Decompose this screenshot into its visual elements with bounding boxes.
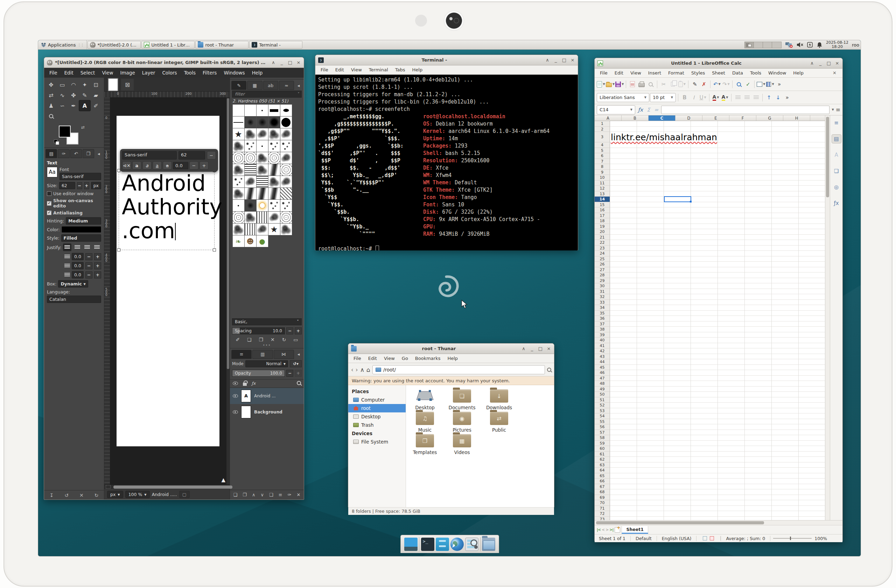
justify-fill-button[interactable] (93, 243, 101, 251)
column-header-C[interactable]: C (649, 115, 675, 121)
brush-splat2[interactable] (256, 223, 268, 235)
gimp-fonts-icon[interactable]: ab (263, 81, 278, 90)
image-tab-close[interactable]: ⊠ (121, 79, 134, 91)
gimp-menu-colors[interactable]: Colors (159, 69, 180, 77)
sheet-nav-0[interactable]: |< (597, 527, 602, 532)
foreground-color-swatch[interactable] (59, 126, 71, 137)
sidebar-item-file-system[interactable]: File System (348, 438, 406, 446)
thunar-menu-view[interactable]: View (381, 355, 398, 362)
column-header-A[interactable]: A (595, 115, 622, 121)
brush-net[interactable] (268, 152, 280, 164)
brush-soft3[interactable] (268, 117, 280, 128)
overlay-size-decrement[interactable]: − (207, 151, 216, 160)
brush-soft[interactable] (245, 117, 256, 128)
size-unit-dropdown[interactable]: px (91, 182, 101, 189)
file-item-public[interactable]: ⇄Public (482, 412, 516, 433)
brush-splat[interactable] (280, 223, 292, 235)
gimp-menu-view[interactable]: View (99, 69, 116, 77)
mode-dropdown[interactable]: Normal▾ (245, 360, 288, 367)
file-item-documents[interactable]: ❏Documents (445, 389, 479, 410)
thunar-menu-edit[interactable]: Edit (365, 355, 380, 362)
overlay-spacing-decrement[interactable]: − (189, 161, 198, 170)
dock-show-desktop[interactable] (404, 538, 418, 551)
row-header-2[interactable]: 2 (595, 127, 610, 132)
row-header-37[interactable]: 37 (595, 321, 610, 327)
brush-specks[interactable] (268, 200, 280, 211)
brush-splat[interactable] (245, 212, 256, 223)
function-wizard-icon[interactable]: ƒx (637, 107, 644, 113)
zoom-dropdown[interactable]: 100 % ▾ (125, 491, 150, 498)
brush-tag-dropdown[interactable]: Basic,˅ (232, 318, 302, 325)
column-header-F[interactable]: F (729, 115, 756, 121)
row-header-23[interactable]: 23 (595, 246, 610, 251)
spinner-decrement[interactable]: − (85, 262, 92, 269)
quick-mask-toggle[interactable] (106, 485, 111, 489)
column-header-G[interactable]: G (756, 115, 783, 121)
brush-splat[interactable] (245, 128, 256, 140)
insert-columns-button[interactable]: ▼ (766, 80, 774, 89)
brush-splat[interactable] (268, 128, 280, 140)
brush-bar[interactable] (268, 105, 280, 116)
new-button[interactable]: ▼ (597, 80, 605, 89)
brush-smear[interactable] (268, 164, 280, 176)
brush-dot[interactable] (256, 140, 268, 152)
font-name-combo[interactable]: Liberation Sans▼ (597, 93, 649, 102)
brush-splat2[interactable] (280, 152, 292, 164)
gimp-delete-brush-icon[interactable]: ✕ (271, 337, 275, 342)
row-header-25[interactable]: 25 (595, 257, 610, 262)
canvas-vertical-scrollbar[interactable] (227, 97, 230, 485)
brush-splat[interactable] (233, 188, 244, 199)
opacity-slider[interactable]: Opacity100.0 (232, 370, 285, 377)
gimp-paths-icon[interactable]: ⋈ (274, 350, 294, 359)
shade-button[interactable]: ∧ (809, 61, 814, 66)
gimp-collapse-icon[interactable]: ◂ (95, 149, 102, 158)
brush-soft[interactable] (245, 200, 256, 211)
font-color-button[interactable]: A▼ (712, 93, 720, 102)
gimp-tool-options-icon[interactable]: ▤ (46, 149, 57, 158)
row-header-56[interactable]: 56 (595, 424, 610, 430)
gimp-menu-image[interactable]: Image (117, 69, 138, 77)
row-header-22[interactable]: 22 (595, 240, 610, 246)
brush-ellipse[interactable] (280, 105, 292, 116)
tool-eraser[interactable]: ▰ (90, 90, 102, 100)
selected-cell-C14[interactable] (664, 196, 691, 202)
calc-menu-sheet[interactable]: Sheet (709, 69, 728, 77)
brush-specks[interactable] (280, 140, 292, 152)
minimize-button[interactable]: _ (553, 57, 558, 62)
color-swatches[interactable]: ⇄ (52, 124, 104, 146)
brush-specks[interactable] (233, 176, 244, 187)
export-pdf-button[interactable] (628, 80, 637, 89)
path-field[interactable]: /root/ (372, 365, 545, 374)
dock-file-manager-launcher[interactable] (482, 538, 495, 551)
gimp-merge-layer-icon[interactable]: ≡ (279, 492, 282, 497)
overlay-size-field[interactable]: 62 (178, 151, 205, 160)
brush-specks[interactable] (268, 140, 280, 152)
brush-dot[interactable] (233, 200, 244, 211)
row-header-4[interactable]: 4 (595, 142, 610, 148)
brush-splat2[interactable] (268, 212, 280, 223)
overlay-font-field[interactable]: Sans-serif (122, 151, 177, 160)
canvas-text[interactable]: AndroidAuthority.com (122, 172, 222, 243)
open-button[interactable]: ▼ (606, 80, 615, 89)
row-header-24[interactable]: 24 (595, 251, 610, 257)
sheet-tab[interactable]: Sheet1 (622, 526, 648, 534)
shade-button[interactable]: ∧ (271, 60, 276, 65)
calc-menu-tools[interactable]: Tools (747, 69, 764, 77)
minimize-button[interactable]: _ (530, 346, 535, 351)
row-header-51[interactable]: 51 (595, 397, 610, 403)
row-header-47[interactable]: 47 (595, 376, 610, 381)
tool-free-select[interactable]: ◠ (68, 79, 79, 90)
brush-blank[interactable] (245, 105, 256, 116)
sum-icon[interactable]: Σ (646, 107, 651, 113)
cut-button[interactable]: ✂ (660, 80, 668, 89)
row-header-60[interactable]: 60 (595, 446, 610, 451)
maximize-button[interactable]: □ (538, 346, 543, 351)
terminal-prompt[interactable]: root@localhost:~# (318, 245, 575, 251)
print-preview-button[interactable] (646, 80, 655, 89)
row-header-5[interactable]: 5 (595, 148, 610, 153)
brush-star[interactable]: ★ (268, 223, 280, 235)
clock[interactable]: 2025-08-12 18:20 (826, 41, 849, 49)
hinting-dropdown[interactable]: Medium (66, 217, 101, 225)
calc-menu-file[interactable]: File (597, 69, 611, 77)
row-header-30[interactable]: 30 (595, 283, 610, 289)
